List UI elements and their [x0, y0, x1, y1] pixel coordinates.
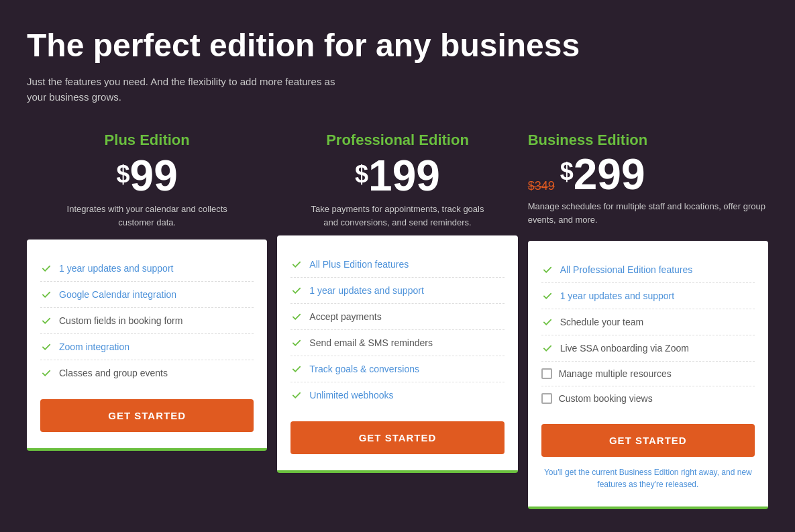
plus-feature-list: 1 year updates and support Google Calend… [40, 256, 254, 386]
list-item: Manage multiple resources [541, 362, 755, 386]
list-item: Track goals & conversions [290, 356, 504, 382]
feature-label: Schedule your team [560, 317, 644, 327]
plus-plan-card: 1 year updates and support Google Calend… [27, 240, 267, 451]
plans-row: Plus Edition $99 Integrates with your ca… [27, 131, 768, 509]
check-icon [290, 389, 303, 401]
list-item: Custom fields in booking form [40, 308, 254, 334]
plus-plan-column: Plus Edition $99 Integrates with your ca… [27, 131, 274, 451]
check-icon [40, 367, 52, 379]
checkbox-empty-icon [541, 368, 552, 379]
business-plan-column: Business Edition $349 $299 Manage schedu… [521, 131, 768, 509]
feature-label: Custom fields in booking form [59, 315, 182, 326]
checkbox-empty-icon [541, 393, 552, 404]
business-plan-description: Manage schedules for multiple staff and … [528, 200, 768, 226]
feature-label: Unlimited webhooks [309, 390, 393, 401]
business-price-new: $299 [560, 153, 645, 196]
check-icon [541, 264, 553, 276]
check-icon [40, 341, 52, 353]
feature-label: 1 year updates and support [560, 290, 674, 301]
list-item: Classes and group events [40, 360, 254, 386]
check-icon [40, 288, 52, 301]
list-item: Accept payments [290, 304, 504, 330]
plus-plan-price: $99 [117, 154, 178, 197]
business-plan-header: Business Edition $349 $299 Manage schedu… [528, 131, 768, 241]
list-item: Schedule your team [541, 309, 755, 335]
feature-label: All Professional Edition features [560, 264, 693, 275]
check-icon [290, 284, 303, 297]
plus-plan-description: Integrates with your calendar and collec… [53, 203, 241, 229]
plus-plan-name: Plus Edition [105, 131, 190, 149]
check-icon [290, 311, 303, 323]
feature-label: Send email & SMS reminders [309, 337, 433, 348]
pro-plan-card: All Plus Edition features 1 year updates… [277, 235, 517, 473]
business-get-started-button[interactable]: GET STARTED [541, 424, 755, 457]
hero-title: The perfect edition for any business [27, 27, 768, 64]
check-icon [290, 337, 303, 349]
business-note: You'll get the current Business Edition … [541, 466, 755, 490]
feature-label: All Plus Edition features [309, 259, 409, 270]
feature-label: Custom booking views [559, 393, 653, 404]
feature-label: Manage multiple resources [559, 368, 672, 379]
check-icon [541, 316, 553, 328]
check-icon [290, 258, 303, 270]
pro-plan-column: Professional Edition $199 Take payments … [274, 131, 521, 473]
list-item: All Professional Edition features [541, 257, 755, 283]
hero-subtitle: Just the features you need. And the flex… [27, 74, 335, 105]
list-item: 1 year updates and support [40, 256, 254, 282]
list-item: 1 year updates and support [541, 283, 755, 309]
pro-plan-description: Take payments for appointments, track go… [303, 203, 491, 229]
feature-label: 1 year updates and support [309, 285, 423, 296]
list-item: Live SSA onboarding via Zoom [541, 335, 755, 362]
plus-get-started-button[interactable]: GET STARTED [40, 399, 254, 432]
pro-plan-price: $199 [355, 154, 440, 197]
list-item: Send email & SMS reminders [290, 330, 504, 356]
check-icon [541, 342, 553, 354]
list-item: Unlimited webhooks [290, 382, 504, 408]
pro-get-started-button[interactable]: GET STARTED [290, 421, 504, 454]
business-price-row: $349 $299 [528, 153, 768, 196]
hero-section: The perfect edition for any business Jus… [27, 27, 768, 105]
list-item: All Plus Edition features [290, 252, 504, 278]
list-item: Google Calendar integration [40, 282, 254, 308]
list-item: 1 year updates and support [290, 278, 504, 304]
business-price-old: $349 [528, 179, 555, 193]
feature-label: Classes and group events [59, 368, 168, 378]
business-dollar-sign: $ [560, 160, 574, 184]
pro-dollar-sign: $ [355, 162, 368, 187]
check-icon [40, 315, 52, 327]
plus-dollar-sign: $ [117, 162, 130, 187]
check-icon [290, 363, 303, 375]
list-item: Zoom integration [40, 334, 254, 360]
check-icon [541, 290, 553, 302]
pro-feature-list: All Plus Edition features 1 year updates… [290, 252, 504, 408]
feature-label: Google Calendar integration [59, 289, 176, 300]
pro-plan-name: Professional Edition [326, 131, 469, 149]
business-plan-card: All Professional Edition features 1 year… [528, 241, 768, 509]
feature-label: Track goals & conversions [309, 364, 419, 374]
feature-label: Accept payments [309, 311, 381, 322]
feature-label: Live SSA onboarding via Zoom [560, 343, 689, 354]
business-feature-list: All Professional Edition features 1 year… [541, 257, 755, 411]
business-plan-name: Business Edition [528, 131, 768, 149]
feature-label: 1 year updates and support [59, 263, 173, 274]
check-icon [40, 262, 52, 274]
feature-label: Zoom integration [59, 341, 129, 352]
list-item: Custom booking views [541, 386, 755, 411]
